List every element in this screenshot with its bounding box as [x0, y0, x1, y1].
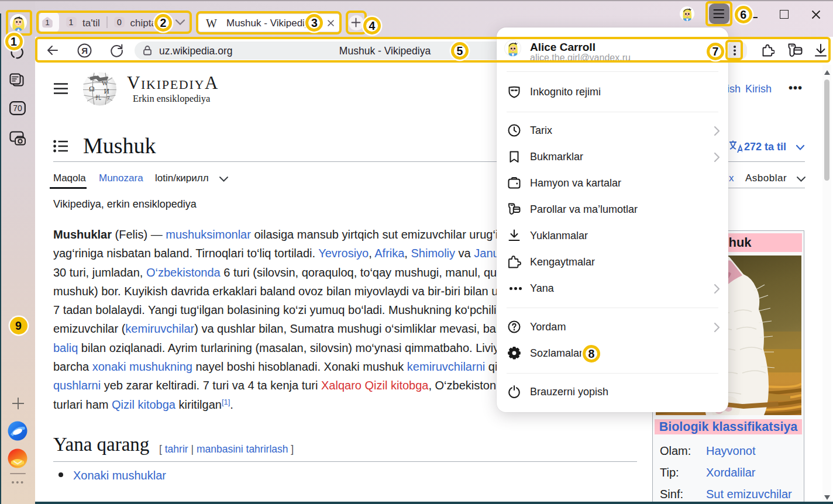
svg-text:7: 7	[106, 95, 110, 102]
svg-text:70: 70	[13, 103, 22, 113]
svg-text:Ω: Ω	[89, 84, 95, 93]
svg-text:扎: 扎	[95, 94, 101, 101]
svg-text:И: И	[104, 87, 109, 95]
svg-text:W: W	[102, 80, 108, 87]
svg-text:1: 1	[45, 18, 50, 27]
